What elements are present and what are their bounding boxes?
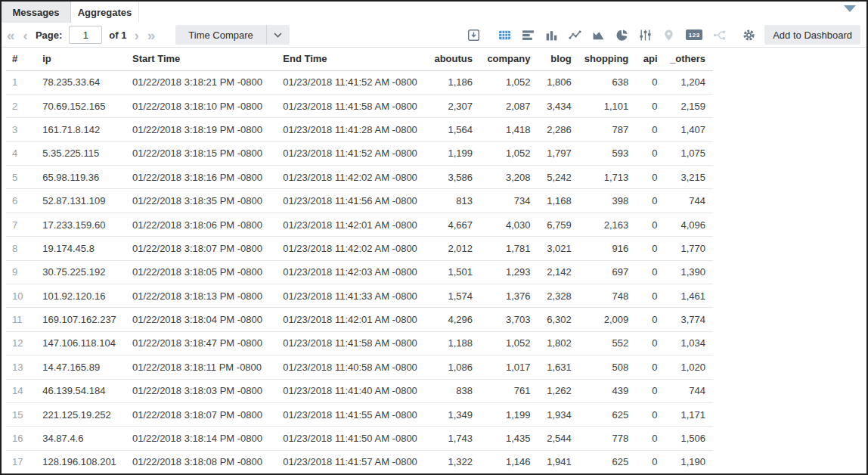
export-icon[interactable] xyxy=(467,29,480,42)
table-cell: 01/23/2018 11:41:57 AM -0800 xyxy=(277,450,432,473)
table-row[interactable]: 15221.125.19.25201/22/2018 3:18:07 PM -0… xyxy=(6,402,713,426)
table-cell: 625 xyxy=(579,450,636,473)
table-row[interactable]: 12147.106.118.10401/22/2018 3:18:47 PM -… xyxy=(6,331,713,355)
table-row[interactable]: 45.35.225.11501/22/2018 3:18:15 PM -0800… xyxy=(6,141,713,165)
pie-chart-icon[interactable] xyxy=(615,29,628,42)
table-cell: 13 xyxy=(6,355,36,379)
table-cell: 1,101 xyxy=(579,94,636,117)
table-row[interactable]: 717.233.159.6001/22/2018 3:18:06 PM -080… xyxy=(6,213,713,236)
column-header[interactable]: company xyxy=(480,48,538,70)
table-cell: 0 xyxy=(636,308,665,331)
table-cell: 4,296 xyxy=(433,308,480,331)
table-cell: 1,168 xyxy=(538,189,578,213)
table-cell: 01/23/2018 11:40:58 AM -0800 xyxy=(277,355,432,379)
column-header[interactable]: # xyxy=(6,48,36,70)
table-cell: 4,030 xyxy=(480,213,538,236)
table-cell: 01/23/2018 11:41:40 AM -0800 xyxy=(277,379,432,402)
table-cell: 01/22/2018 3:18:05 PM -0800 xyxy=(126,260,277,284)
table-cell: 0 xyxy=(636,260,665,284)
table-row[interactable]: 11169.107.162.23701/22/2018 3:18:04 PM -… xyxy=(6,308,713,331)
tab-messages-label: Messages xyxy=(12,7,59,18)
table-row[interactable]: 10101.92.120.1601/22/2018 3:18:13 PM -08… xyxy=(6,284,713,308)
prev-page-icon[interactable]: ‹ xyxy=(23,28,29,42)
table-view-icon[interactable] xyxy=(498,29,511,42)
table-cell: 1 xyxy=(6,70,36,94)
table-cell: 01/22/2018 3:18:16 PM -0800 xyxy=(126,166,277,189)
add-to-dashboard-button[interactable]: Add to Dashboard xyxy=(764,25,860,45)
table-cell: 34.87.4.6 xyxy=(36,427,126,450)
column-header[interactable]: aboutus xyxy=(433,48,480,70)
table-cell: 1,199 xyxy=(480,402,538,426)
table-cell: 1,506 xyxy=(665,427,713,450)
last-page-icon[interactable]: » xyxy=(147,28,157,42)
column-header[interactable]: shopping xyxy=(579,48,636,70)
tab-aggregates-label: Aggregates xyxy=(78,7,132,18)
table-cell: 2,307 xyxy=(433,94,480,117)
column-header[interactable]: ip xyxy=(36,48,126,70)
table-row[interactable]: 1446.139.54.18401/22/2018 3:18:03 PM -08… xyxy=(6,379,713,402)
table-row[interactable]: 565.98.119.3601/22/2018 3:18:16 PM -0800… xyxy=(6,166,713,189)
table-cell: 1,190 xyxy=(665,450,713,473)
bar-chart-icon[interactable] xyxy=(522,29,535,42)
table-row[interactable]: 3161.71.8.14201/22/2018 3:18:19 PM -0800… xyxy=(6,118,713,141)
table-row[interactable]: 1634.87.4.601/22/2018 3:18:14 PM -080001… xyxy=(6,427,713,450)
table-row[interactable]: 652.87.131.10901/22/2018 3:18:35 PM -080… xyxy=(6,189,713,213)
table-row[interactable]: 178.235.33.6401/22/2018 3:18:21 PM -0800… xyxy=(6,70,713,94)
table-cell: 01/23/2018 11:42:03 AM -0800 xyxy=(277,260,432,284)
area-chart-icon[interactable] xyxy=(592,29,605,42)
line-chart-icon[interactable] xyxy=(569,29,581,42)
table-row[interactable]: 819.174.45.801/22/2018 3:18:07 PM -08000… xyxy=(6,237,713,260)
table-cell: 0 xyxy=(636,427,665,450)
table-cell: 439 xyxy=(579,379,636,402)
table-cell: 1,743 xyxy=(433,427,480,450)
next-page-icon[interactable]: › xyxy=(133,28,139,42)
column-header[interactable]: api xyxy=(636,48,665,70)
column-header[interactable]: blog xyxy=(538,48,578,70)
table-cell: 1,781 xyxy=(480,237,538,260)
column-header[interactable]: End Time xyxy=(277,48,432,70)
column-header[interactable]: Start Time xyxy=(126,48,277,70)
table-cell: 01/22/2018 3:18:13 PM -0800 xyxy=(126,284,277,308)
chart-type-toolbar: 123 Add to Dashboard xyxy=(467,25,860,45)
tab-aggregates[interactable]: Aggregates xyxy=(71,2,139,23)
table-cell: 1,293 xyxy=(480,260,538,284)
column-header[interactable]: _others xyxy=(665,48,713,70)
pagination: « ‹ Page: of 1 › » xyxy=(6,26,156,44)
tab-messages[interactable]: Messages xyxy=(2,2,71,23)
table-cell: 1,188 xyxy=(433,331,480,355)
table-cell: 16 xyxy=(6,427,36,450)
table-row[interactable]: 17128.196.108.20101/22/2018 3:18:08 PM -… xyxy=(6,450,713,473)
box-plot-icon[interactable] xyxy=(639,29,652,42)
table-row[interactable]: 270.69.152.16501/22/2018 3:18:10 PM -080… xyxy=(6,94,713,117)
table-cell: 161.71.8.142 xyxy=(36,118,126,141)
results-panel: Messages Aggregates « ‹ Page: of 1 › » T… xyxy=(0,0,868,475)
sankey-icon xyxy=(713,29,726,42)
first-page-icon[interactable]: « xyxy=(6,28,16,42)
table-cell: 4,096 xyxy=(665,213,713,236)
column-chart-icon[interactable] xyxy=(545,29,558,42)
table-cell: 1,349 xyxy=(433,402,480,426)
table-cell: 1,146 xyxy=(480,450,538,473)
collapse-panel-icon[interactable] xyxy=(844,5,856,12)
table-cell: 1,806 xyxy=(538,70,578,94)
chevron-down-icon[interactable] xyxy=(267,25,290,45)
single-value-icon[interactable]: 123 xyxy=(686,29,702,40)
table-row[interactable]: 930.75.225.19201/22/2018 3:18:05 PM -080… xyxy=(6,260,713,284)
table-cell: 0 xyxy=(636,402,665,426)
table-cell: 30.75.225.192 xyxy=(36,260,126,284)
page-number-input[interactable] xyxy=(69,26,102,44)
table-cell: 916 xyxy=(579,237,636,260)
table-cell: 1,199 xyxy=(433,141,480,165)
table-cell: 1,017 xyxy=(480,355,538,379)
table-cell: 1,461 xyxy=(665,284,713,308)
table-cell: 813 xyxy=(433,189,480,213)
table-cell: 46.139.54.184 xyxy=(36,379,126,402)
aggregates-table-area: #ipStart TimeEnd Timeaboutuscompanyblogs… xyxy=(2,48,866,473)
settings-gear-icon[interactable] xyxy=(742,29,755,42)
table-cell: 5,242 xyxy=(538,166,578,189)
table-cell: 4,667 xyxy=(433,213,480,236)
time-compare-button[interactable]: Time Compare xyxy=(175,25,289,45)
table-cell: 787 xyxy=(579,118,636,141)
table-row[interactable]: 1314.47.165.8901/22/2018 3:18:11 PM -080… xyxy=(6,355,713,379)
table-cell: 17.233.159.60 xyxy=(36,213,126,236)
